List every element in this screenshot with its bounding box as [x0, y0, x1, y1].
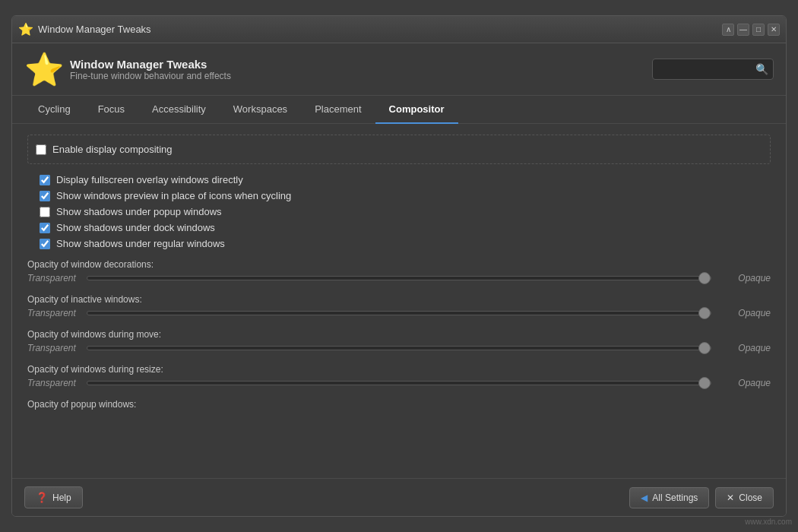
checkbox-fullscreen[interactable]: [40, 175, 50, 185]
slider-section-0: Opacity of window decorations: Transpare…: [27, 259, 771, 283]
slider-section-4: Opacity of popup windows:: [27, 399, 771, 410]
checkboxes-section: Display fullscreen overlay windows direc…: [27, 172, 771, 252]
slider-input-0[interactable]: [87, 276, 711, 280]
help-icon: ❓: [36, 492, 48, 503]
enable-compositing-row: Enable display compositing: [36, 141, 762, 157]
slider-label-2: Opacity of windows during move:: [27, 329, 771, 340]
titlebar-controls: ∧ — □ ✕: [722, 24, 780, 36]
slider-right-2: Opaque: [717, 343, 771, 353]
checkbox-label-3: Show shadows under dock windows: [56, 222, 215, 233]
slider-label-3: Opacity of windows during resize:: [27, 364, 771, 375]
tab-focus[interactable]: Focus: [84, 96, 138, 124]
titlebar-chevron-btn[interactable]: ∧: [722, 24, 734, 36]
checkbox-label-4: Show shadows under regular windows: [56, 238, 225, 249]
slider-input-3[interactable]: [87, 381, 711, 385]
titlebar-close-btn[interactable]: ✕: [768, 24, 780, 36]
footer-right: ◀ All Settings ✕ Close: [629, 487, 774, 508]
tab-placement[interactable]: Placement: [301, 96, 375, 124]
all-settings-icon: ◀: [641, 492, 648, 503]
titlebar-maximize-btn[interactable]: □: [752, 24, 765, 36]
sliders-section: Opacity of window decorations: Transpare…: [27, 259, 771, 410]
watermark: www.xdn.com: [745, 518, 792, 526]
checkbox-preview[interactable]: [40, 191, 50, 201]
titlebar-minimize-btn[interactable]: —: [737, 24, 749, 36]
app-icon: ⭐: [24, 51, 61, 87]
checkbox-row-2: Show shadows under popup windows: [40, 204, 771, 220]
slider-section-1: Opacity of inactive windows: Transparent…: [27, 294, 771, 318]
slider-label-1: Opacity of inactive windows:: [27, 294, 771, 305]
slider-row-1: Transparent Opaque: [27, 308, 771, 318]
tab-accessibility[interactable]: Accessibility: [138, 96, 220, 124]
checkbox-row-4: Show shadows under regular windows: [40, 236, 771, 252]
titlebar-title: Window Manager Tweaks: [38, 24, 151, 35]
footer-left: ❓ Help: [24, 486, 83, 508]
titlebar-left: ⭐ Window Manager Tweaks: [18, 22, 151, 36]
tabs-bar: Cycling Focus Accessibility Workspaces P…: [12, 96, 786, 124]
slider-right-3: Opaque: [717, 378, 771, 388]
enable-compositing-section: Enable display compositing: [27, 135, 771, 164]
slider-left-1: Transparent: [27, 308, 81, 318]
slider-section-2: Opacity of windows during move: Transpar…: [27, 329, 771, 353]
checkbox-shadow-popup[interactable]: [40, 207, 50, 217]
search-input[interactable]: [657, 64, 752, 74]
help-button[interactable]: ❓ Help: [24, 486, 83, 508]
checkbox-row-3: Show shadows under dock windows: [40, 220, 771, 236]
checkbox-label-1: Show windows preview in place of icons w…: [56, 190, 291, 201]
enable-compositing-label: Enable display compositing: [52, 144, 173, 155]
app-title: Window Manager Tweaks: [70, 58, 231, 71]
all-settings-label: All Settings: [652, 492, 698, 503]
app-header: ⭐ Window Manager Tweaks Fine-tune window…: [12, 43, 786, 96]
slider-section-3: Opacity of windows during resize: Transp…: [27, 364, 771, 388]
main-window: ⭐ Window Manager Tweaks ∧ — □ ✕ ⭐ Window…: [11, 15, 787, 517]
slider-right-1: Opaque: [717, 308, 771, 318]
titlebar: ⭐ Window Manager Tweaks ∧ — □ ✕: [12, 16, 786, 43]
close-icon: ✕: [727, 492, 734, 503]
slider-label-0: Opacity of window decorations:: [27, 259, 771, 270]
slider-label-4: Opacity of popup windows:: [27, 399, 771, 410]
tab-cycling[interactable]: Cycling: [24, 96, 84, 124]
slider-input-2[interactable]: [87, 346, 711, 350]
slider-row-0: Transparent Opaque: [27, 273, 771, 283]
close-button[interactable]: ✕ Close: [715, 487, 774, 508]
enable-compositing-checkbox[interactable]: [36, 144, 46, 155]
checkbox-row-1: Show windows preview in place of icons w…: [40, 188, 771, 204]
checkbox-label-2: Show shadows under popup windows: [56, 206, 222, 217]
slider-input-1[interactable]: [87, 311, 711, 315]
search-box[interactable]: 🔍: [652, 59, 774, 80]
search-icon: 🔍: [755, 63, 768, 75]
slider-left-2: Transparent: [27, 343, 81, 353]
app-subtitle: Fine-tune window behaviour and effects: [70, 71, 231, 81]
help-label: Help: [52, 492, 71, 503]
checkbox-shadow-dock[interactable]: [40, 223, 50, 233]
slider-right-0: Opaque: [717, 273, 771, 283]
all-settings-button[interactable]: ◀ All Settings: [629, 487, 709, 508]
slider-row-3: Transparent Opaque: [27, 378, 771, 388]
slider-left-0: Transparent: [27, 273, 81, 283]
slider-row-2: Transparent Opaque: [27, 343, 771, 353]
tab-compositor[interactable]: Compositor: [375, 96, 458, 124]
checkbox-row-0: Display fullscreen overlay windows direc…: [40, 172, 771, 188]
footer: ❓ Help ◀ All Settings ✕ Close: [12, 478, 786, 516]
content-area: Enable display compositing Display fulls…: [12, 124, 786, 478]
checkbox-shadow-regular[interactable]: [40, 239, 50, 249]
app-title-block: Window Manager Tweaks Fine-tune window b…: [70, 58, 231, 81]
app-header-left: ⭐ Window Manager Tweaks Fine-tune window…: [24, 51, 231, 87]
close-label: Close: [739, 492, 762, 503]
checkbox-label-0: Display fullscreen overlay windows direc…: [56, 174, 243, 185]
titlebar-app-icon: ⭐: [18, 22, 33, 36]
tab-workspaces[interactable]: Workspaces: [220, 96, 301, 124]
slider-left-3: Transparent: [27, 378, 81, 388]
